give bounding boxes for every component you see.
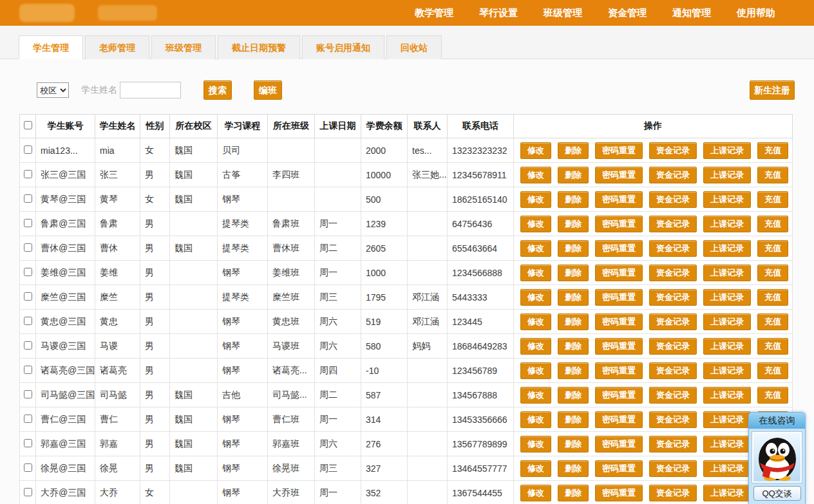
delete-button[interactable]: 删除 bbox=[558, 142, 589, 159]
row-checkbox[interactable] bbox=[24, 439, 32, 447]
fund-record-button[interactable]: 资金记录 bbox=[649, 265, 697, 281]
edit-button[interactable]: 修改 bbox=[520, 387, 551, 404]
recharge-button[interactable]: 充值 bbox=[757, 265, 788, 281]
edit-button[interactable]: 修改 bbox=[520, 362, 551, 379]
fund-record-button[interactable]: 资金记录 bbox=[649, 142, 697, 159]
fund-record-button[interactable]: 资金记录 bbox=[649, 289, 697, 306]
edit-button[interactable]: 修改 bbox=[520, 216, 551, 232]
lesson-record-button[interactable]: 上课记录 bbox=[703, 216, 751, 232]
delete-button[interactable]: 删除 bbox=[558, 240, 589, 257]
row-checkbox[interactable] bbox=[24, 488, 32, 496]
edit-button[interactable]: 修改 bbox=[520, 240, 551, 257]
edit-button[interactable]: 修改 bbox=[520, 338, 551, 355]
reset-password-button[interactable]: 密码重置 bbox=[595, 167, 643, 183]
row-checkbox[interactable] bbox=[24, 317, 32, 325]
recharge-button[interactable]: 充值 bbox=[757, 289, 788, 306]
search-button[interactable]: 搜索 bbox=[204, 80, 232, 100]
reset-password-button[interactable]: 密码重置 bbox=[595, 387, 643, 404]
recharge-button[interactable]: 充值 bbox=[757, 338, 788, 355]
edit-button[interactable]: 修改 bbox=[520, 485, 551, 501]
lesson-record-button[interactable]: 上课记录 bbox=[703, 289, 751, 306]
nav-item-0[interactable]: 教学管理 bbox=[415, 7, 453, 19]
fund-record-button[interactable]: 资金记录 bbox=[649, 338, 697, 355]
fund-record-button[interactable]: 资金记录 bbox=[649, 216, 697, 232]
fund-record-button[interactable]: 资金记录 bbox=[649, 191, 697, 208]
recharge-button[interactable]: 充值 bbox=[757, 387, 788, 404]
tab-0[interactable]: 学生管理 bbox=[19, 35, 83, 59]
edit-button[interactable]: 修改 bbox=[520, 289, 551, 306]
delete-button[interactable]: 删除 bbox=[558, 485, 589, 501]
tab-5[interactable]: 回收站 bbox=[386, 35, 442, 59]
row-checkbox[interactable] bbox=[24, 463, 32, 472]
lesson-record-button[interactable]: 上课记录 bbox=[703, 338, 751, 355]
lesson-record-button[interactable]: 上课记录 bbox=[703, 240, 751, 257]
lesson-record-button[interactable]: 上课记录 bbox=[703, 387, 751, 404]
reset-password-button[interactable]: 密码重置 bbox=[595, 216, 643, 232]
delete-button[interactable]: 删除 bbox=[558, 411, 589, 428]
fund-record-button[interactable]: 资金记录 bbox=[649, 436, 697, 453]
fund-record-button[interactable]: 资金记录 bbox=[649, 411, 697, 428]
recharge-button[interactable]: 充值 bbox=[757, 142, 788, 159]
row-checkbox[interactable] bbox=[24, 219, 32, 227]
lesson-record-button[interactable]: 上课记录 bbox=[703, 191, 751, 208]
new-student-register-button[interactable]: 新生注册 bbox=[750, 80, 795, 100]
reset-password-button[interactable]: 密码重置 bbox=[595, 411, 643, 428]
fund-record-button[interactable]: 资金记录 bbox=[649, 460, 697, 477]
reset-password-button[interactable]: 密码重置 bbox=[595, 362, 643, 379]
edit-button[interactable]: 修改 bbox=[520, 167, 551, 183]
lesson-record-button[interactable]: 上课记录 bbox=[703, 485, 751, 501]
lesson-record-button[interactable]: 上课记录 bbox=[703, 411, 751, 428]
tab-2[interactable]: 班级管理 bbox=[151, 35, 216, 59]
reset-password-button[interactable]: 密码重置 bbox=[595, 338, 643, 355]
row-checkbox[interactable] bbox=[24, 415, 32, 423]
reset-password-button[interactable]: 密码重置 bbox=[595, 313, 643, 330]
fund-record-button[interactable]: 资金记录 bbox=[649, 240, 697, 257]
recharge-button[interactable]: 充值 bbox=[757, 216, 788, 232]
lesson-record-button[interactable]: 上课记录 bbox=[703, 362, 751, 379]
edit-button[interactable]: 修改 bbox=[520, 142, 551, 159]
recharge-button[interactable]: 充值 bbox=[757, 362, 788, 379]
row-checkbox[interactable] bbox=[24, 390, 32, 398]
row-checkbox[interactable] bbox=[24, 145, 32, 154]
row-checkbox[interactable] bbox=[24, 194, 32, 203]
tab-1[interactable]: 老师管理 bbox=[85, 35, 149, 59]
delete-button[interactable]: 删除 bbox=[558, 460, 589, 477]
reset-password-button[interactable]: 密码重置 bbox=[595, 240, 643, 257]
reset-password-button[interactable]: 密码重置 bbox=[595, 142, 643, 159]
delete-button[interactable]: 删除 bbox=[558, 191, 589, 208]
row-checkbox[interactable] bbox=[24, 341, 32, 350]
lesson-record-button[interactable]: 上课记录 bbox=[703, 460, 751, 477]
delete-button[interactable]: 删除 bbox=[558, 362, 589, 379]
delete-button[interactable]: 删除 bbox=[558, 167, 589, 183]
lesson-record-button[interactable]: 上课记录 bbox=[703, 313, 751, 330]
row-checkbox[interactable] bbox=[24, 170, 32, 178]
reset-password-button[interactable]: 密码重置 bbox=[595, 289, 643, 306]
fund-record-button[interactable]: 资金记录 bbox=[649, 167, 697, 183]
reset-password-button[interactable]: 密码重置 bbox=[595, 460, 643, 477]
row-checkbox[interactable] bbox=[24, 243, 32, 252]
fund-record-button[interactable]: 资金记录 bbox=[649, 387, 697, 404]
lesson-record-button[interactable]: 上课记录 bbox=[703, 167, 751, 183]
edit-button[interactable]: 修改 bbox=[520, 265, 551, 281]
fund-record-button[interactable]: 资金记录 bbox=[649, 362, 697, 379]
reset-password-button[interactable]: 密码重置 bbox=[595, 436, 643, 453]
edit-button[interactable]: 修改 bbox=[520, 460, 551, 477]
delete-button[interactable]: 删除 bbox=[558, 436, 589, 453]
tab-4[interactable]: 账号启用通知 bbox=[302, 35, 384, 59]
nav-item-1[interactable]: 琴行设置 bbox=[479, 7, 518, 19]
student-name-input[interactable] bbox=[120, 82, 181, 98]
recharge-button[interactable]: 充值 bbox=[757, 167, 788, 183]
tab-3[interactable]: 截止日期预警 bbox=[218, 35, 300, 59]
qq-chat-button[interactable]: QQ交谈 bbox=[753, 486, 801, 501]
delete-button[interactable]: 删除 bbox=[558, 265, 589, 281]
select-all-checkbox[interactable] bbox=[24, 121, 32, 129]
edit-button[interactable]: 修改 bbox=[520, 411, 551, 428]
delete-button[interactable]: 删除 bbox=[558, 387, 589, 404]
nav-item-2[interactable]: 班级管理 bbox=[544, 7, 582, 19]
assign-class-button[interactable]: 编班 bbox=[254, 80, 282, 100]
reset-password-button[interactable]: 密码重置 bbox=[595, 191, 643, 208]
row-checkbox[interactable] bbox=[24, 268, 32, 276]
row-checkbox[interactable] bbox=[24, 366, 32, 374]
lesson-record-button[interactable]: 上课记录 bbox=[703, 142, 751, 159]
delete-button[interactable]: 删除 bbox=[558, 289, 589, 306]
